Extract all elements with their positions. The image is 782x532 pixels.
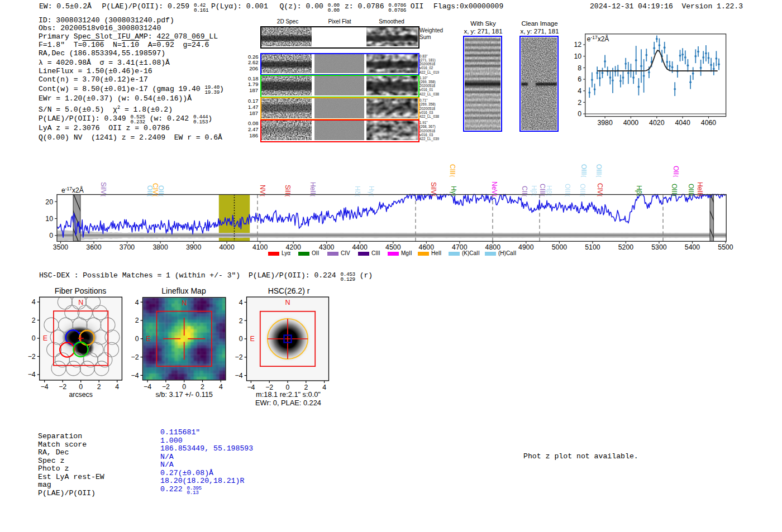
svg-text:4300: 4300 xyxy=(319,243,335,251)
svg-text:5500: 5500 xyxy=(718,243,733,251)
svg-text:10: 10 xyxy=(45,215,53,223)
svg-text:3600: 3600 xyxy=(86,243,102,251)
svg-text:4500: 4500 xyxy=(385,243,401,251)
svg-text:5300: 5300 xyxy=(651,243,667,251)
svg-text:N: N xyxy=(78,299,83,306)
svg-text:3800: 3800 xyxy=(152,243,168,251)
svg-text:3700: 3700 xyxy=(120,243,135,251)
svg-text:4060: 4060 xyxy=(701,119,717,127)
svg-text:6: 6 xyxy=(578,75,581,83)
svg-text:2: 2 xyxy=(135,317,139,324)
svg-text:−4: −4 xyxy=(235,372,242,380)
svg-text:0: 0 xyxy=(182,383,186,391)
svg-text:E: E xyxy=(146,335,151,343)
svg-text:4: 4 xyxy=(219,383,223,391)
svg-text:−2: −2 xyxy=(162,383,170,391)
svg-text:0: 0 xyxy=(49,232,53,239)
svg-text:arcsecs: arcsecs xyxy=(69,391,93,399)
svg-text:4100: 4100 xyxy=(252,243,268,251)
svg-text:10: 10 xyxy=(574,52,582,60)
svg-text:3500: 3500 xyxy=(53,243,69,251)
svg-text:−4: −4 xyxy=(41,383,49,391)
svg-text:−4: −4 xyxy=(131,372,139,380)
svg-text:4000: 4000 xyxy=(623,119,639,127)
svg-text:5000: 5000 xyxy=(552,243,568,251)
svg-text:12: 12 xyxy=(574,41,582,49)
svg-text:2: 2 xyxy=(97,383,101,391)
svg-text:20: 20 xyxy=(45,198,53,206)
svg-text:5200: 5200 xyxy=(618,243,634,251)
svg-text:N: N xyxy=(182,299,187,307)
svg-text:E: E xyxy=(250,335,255,343)
svg-text:s/b: 3.17 +/- 0.115: s/b: 3.17 +/- 0.115 xyxy=(155,390,213,399)
svg-text:−2: −2 xyxy=(59,383,66,391)
svg-text:4: 4 xyxy=(322,384,326,391)
svg-text:4: 4 xyxy=(578,87,581,95)
svg-text:−4: −4 xyxy=(144,383,151,391)
svg-text:0: 0 xyxy=(79,383,83,391)
svg-text:2: 2 xyxy=(32,317,36,324)
svg-text:4: 4 xyxy=(135,299,139,306)
svg-text:8: 8 xyxy=(578,64,581,72)
svg-text:4: 4 xyxy=(239,299,243,306)
svg-text:−2: −2 xyxy=(131,353,139,361)
svg-text:0: 0 xyxy=(135,335,139,343)
svg-text:2: 2 xyxy=(201,383,204,391)
svg-text:e-17x2Å: e-17x2Å xyxy=(587,35,609,43)
svg-text:5100: 5100 xyxy=(585,243,600,251)
svg-text:3980: 3980 xyxy=(597,119,613,127)
svg-text:EWr: 0, PLAE: 0.224: EWr: 0, PLAE: 0.224 xyxy=(255,399,321,407)
svg-text:4040: 4040 xyxy=(675,119,690,127)
svg-text:−2: −2 xyxy=(28,353,36,361)
svg-text:4: 4 xyxy=(115,383,119,391)
svg-text:5400: 5400 xyxy=(685,243,700,251)
svg-text:4000: 4000 xyxy=(219,243,235,251)
svg-text:N: N xyxy=(285,299,290,306)
svg-text:4020: 4020 xyxy=(649,119,665,127)
svg-text:2: 2 xyxy=(239,317,243,325)
svg-text:e-17x2Å: e-17x2Å xyxy=(61,186,84,194)
svg-text:4: 4 xyxy=(32,298,36,306)
svg-text:0: 0 xyxy=(578,110,581,118)
svg-text:4900: 4900 xyxy=(518,243,534,251)
svg-text:0: 0 xyxy=(239,335,243,343)
svg-text:0: 0 xyxy=(32,334,36,342)
svg-text:−4: −4 xyxy=(28,371,36,378)
svg-text:2: 2 xyxy=(578,99,581,107)
svg-text:4400: 4400 xyxy=(352,243,368,251)
svg-text:3900: 3900 xyxy=(186,243,202,251)
svg-text:−4: −4 xyxy=(247,384,255,391)
svg-text:m:18.1 re:2.1" s:0.0": m:18.1 re:2.1" s:0.0" xyxy=(256,390,321,399)
svg-text:−2: −2 xyxy=(235,353,242,361)
svg-text:E: E xyxy=(43,334,47,342)
